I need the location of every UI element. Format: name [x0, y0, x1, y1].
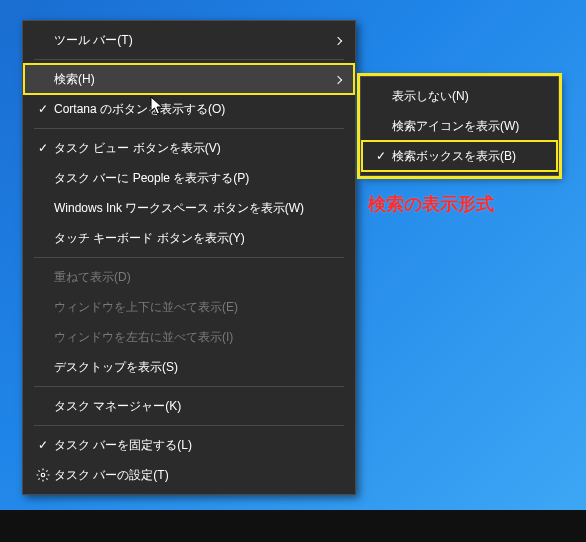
menu-label: 検索アイコンを表示(W) [392, 118, 547, 135]
menu-label: Cortana のボタンを表示する(O) [54, 101, 344, 118]
menu-item-ink[interactable]: Windows Ink ワークスペース ボタンを表示(W) [24, 193, 354, 223]
menu-separator [34, 59, 344, 60]
menu-item-lock-taskbar[interactable]: タスク バーを固定する(L) [24, 430, 354, 460]
menu-separator [34, 257, 344, 258]
menu-label: Windows Ink ワークスペース ボタンを表示(W) [54, 200, 344, 217]
menu-label: デスクトップを表示(S) [54, 359, 344, 376]
submenu-item-searchbox[interactable]: 検索ボックスを表示(B) [362, 141, 557, 171]
menu-label: 検索(H) [54, 71, 332, 88]
submenu-item-hidden[interactable]: 表示しない(N) [362, 81, 557, 111]
taskbar[interactable] [0, 510, 586, 542]
chevron-right-icon [332, 33, 344, 47]
menu-item-toolbars[interactable]: ツール バー(T) [24, 25, 354, 55]
check-icon [32, 141, 54, 155]
check-icon [32, 438, 54, 452]
menu-item-show-desktop[interactable]: デスクトップを表示(S) [24, 352, 354, 382]
menu-item-people[interactable]: タスク バーに People を表示する(P) [24, 163, 354, 193]
menu-label: 重ねて表示(D) [54, 269, 344, 286]
menu-label: ウィンドウを上下に並べて表示(E) [54, 299, 344, 316]
menu-label: タスク マネージャー(K) [54, 398, 344, 415]
menu-item-taskview[interactable]: タスク ビュー ボタンを表示(V) [24, 133, 354, 163]
menu-label: タスク バーを固定する(L) [54, 437, 344, 454]
check-icon [370, 149, 392, 163]
menu-item-cascade: 重ねて表示(D) [24, 262, 354, 292]
menu-item-search[interactable]: 検索(H) [24, 64, 354, 94]
menu-item-touch-keyboard[interactable]: タッチ キーボード ボタンを表示(Y) [24, 223, 354, 253]
menu-item-stack-vert: ウィンドウを上下に並べて表示(E) [24, 292, 354, 322]
menu-label: 表示しない(N) [392, 88, 547, 105]
chevron-right-icon [332, 72, 344, 86]
submenu-item-icon[interactable]: 検索アイコンを表示(W) [362, 111, 557, 141]
menu-label: タスク バーに People を表示する(P) [54, 170, 344, 187]
menu-label: タッチ キーボード ボタンを表示(Y) [54, 230, 344, 247]
menu-label: 検索ボックスを表示(B) [392, 148, 547, 165]
svg-point-0 [41, 473, 45, 477]
menu-item-task-manager[interactable]: タスク マネージャー(K) [24, 391, 354, 421]
menu-label: タスク バーの設定(T) [54, 467, 344, 484]
gear-icon [32, 468, 54, 482]
taskbar-context-menu: ツール バー(T) 検索(H) Cortana のボタンを表示する(O) タスク… [22, 20, 356, 495]
menu-label: タスク ビュー ボタンを表示(V) [54, 140, 344, 157]
menu-label: ウィンドウを左右に並べて表示(I) [54, 329, 344, 346]
menu-separator [34, 128, 344, 129]
menu-separator [34, 386, 344, 387]
search-submenu: 表示しない(N) 検索アイコンを表示(W) 検索ボックスを表示(B) [360, 76, 559, 176]
menu-item-cortana[interactable]: Cortana のボタンを表示する(O) [24, 94, 354, 124]
annotation-label: 検索の表示形式 [368, 192, 494, 216]
check-icon [32, 102, 54, 116]
menu-item-stack-horiz: ウィンドウを左右に並べて表示(I) [24, 322, 354, 352]
menu-label: ツール バー(T) [54, 32, 332, 49]
menu-separator [34, 425, 344, 426]
menu-item-taskbar-settings[interactable]: タスク バーの設定(T) [24, 460, 354, 490]
